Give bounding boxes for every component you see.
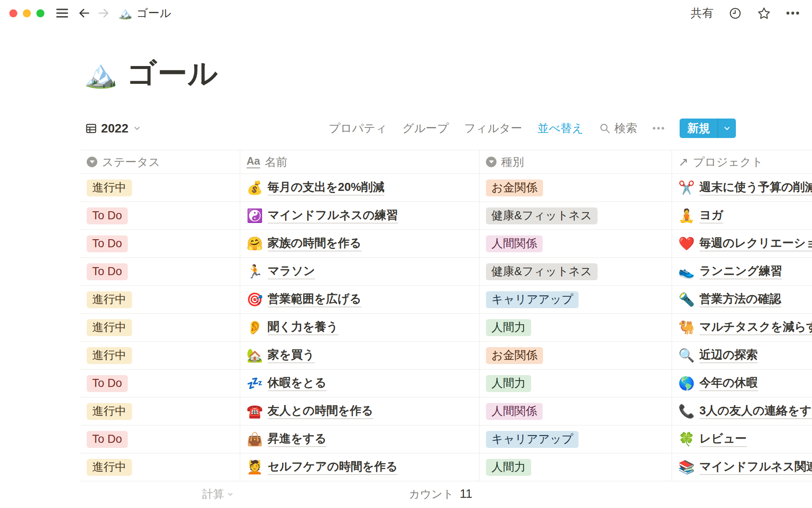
cell-type[interactable]: 人間力 <box>479 370 672 397</box>
cell-status[interactable]: 進行中 <box>80 174 240 202</box>
cell-project[interactable]: 📞 3人の友人の連絡をする <box>672 398 812 425</box>
cell-name[interactable]: 👂 聞く力を養う <box>240 314 479 341</box>
table-row[interactable]: 進行中 ☎️ 友人との時間を作る 人間関係 📞 3人の友人の連絡をする <box>80 398 812 425</box>
status-badge[interactable]: 進行中 <box>87 403 132 420</box>
cell-status[interactable]: To Do <box>80 258 240 285</box>
view-more-button[interactable] <box>653 127 664 130</box>
cell-name[interactable]: 💆 セルフケアの時間を作る <box>240 453 479 481</box>
cell-project[interactable]: ✂️ 週末に使う予算の削減 <box>672 174 812 202</box>
table-row[interactable]: 進行中 💆 セルフケアの時間を作る 人間力 📚 マインドフルネス関連 <box>80 453 812 481</box>
cell-name[interactable]: 🎯 営業範囲を広げる <box>240 286 479 313</box>
more-options-button[interactable] <box>786 11 799 15</box>
type-badge[interactable]: 人間力 <box>486 319 531 336</box>
table-row[interactable]: To Do 💤 休暇をとる 人間力 🌎 今年の休暇 <box>80 370 812 398</box>
column-header-status[interactable]: ステータス <box>80 150 240 174</box>
forward-button[interactable] <box>97 6 110 20</box>
cell-status[interactable]: 進行中 <box>80 398 240 425</box>
footer-calculate-button[interactable]: 計算 <box>80 487 240 502</box>
type-badge[interactable]: 健康&フィットネス <box>486 263 598 280</box>
goal-page-link[interactable]: 家族の時間を作る <box>268 236 362 251</box>
project-page-link[interactable]: 営業方法の確認 <box>700 292 781 307</box>
status-badge[interactable]: To Do <box>87 375 128 392</box>
cell-name[interactable]: ☎️ 友人との時間を作る <box>240 398 479 425</box>
goal-page-link[interactable]: 友人との時間を作る <box>268 403 373 419</box>
project-page-link[interactable]: レビュー <box>700 431 747 447</box>
cell-type[interactable]: 人間力 <box>479 314 672 341</box>
type-badge[interactable]: お金関係 <box>486 179 543 196</box>
share-button[interactable]: 共有 <box>691 6 713 21</box>
goal-page-link[interactable]: マラソン <box>268 264 315 279</box>
cell-project[interactable]: 📚 マインドフルネス関連 <box>672 453 812 481</box>
sidebar-toggle-button[interactable] <box>56 8 68 18</box>
status-badge[interactable]: To Do <box>87 235 128 252</box>
status-badge[interactable]: 進行中 <box>87 179 132 196</box>
group-button[interactable]: グループ <box>402 121 449 136</box>
cell-type[interactable]: 健康&フィットネス <box>479 258 672 285</box>
cell-status[interactable]: To Do <box>80 370 240 397</box>
table-row[interactable]: To Do 👜 昇進をする キャリアアップ 🍀 レビュー <box>80 425 812 453</box>
cell-type[interactable]: お金関係 <box>479 342 672 369</box>
column-header-name[interactable]: Aa 名前 <box>240 150 479 174</box>
zoom-window-button[interactable] <box>36 9 44 17</box>
table-row[interactable]: To Do ☯️ マインドフルネスの練習 健康&フィットネス 🧘 ヨガ <box>80 202 812 230</box>
properties-button[interactable]: プロパティ <box>329 121 387 136</box>
table-row[interactable]: To Do 🏃 マラソン 健康&フィットネス 👟 ランニング練習 <box>80 258 812 286</box>
cell-status[interactable]: 進行中 <box>80 453 240 481</box>
project-page-link[interactable]: 3人の友人の連絡をする <box>700 403 812 419</box>
cell-name[interactable]: 💰 毎月の支出を20%削減 <box>240 174 479 202</box>
status-badge[interactable]: 進行中 <box>87 347 132 364</box>
type-badge[interactable]: 人間関係 <box>486 235 543 252</box>
breadcrumb[interactable]: 🏔️ ゴール <box>118 6 171 21</box>
cell-project[interactable]: ❤️ 毎週のレクリエーション <box>672 230 812 257</box>
cell-project[interactable]: 🧘 ヨガ <box>672 202 812 229</box>
close-window-button[interactable] <box>9 9 17 17</box>
cell-name[interactable]: 👜 昇進をする <box>240 425 479 453</box>
filter-button[interactable]: フィルター <box>464 121 522 136</box>
type-badge[interactable]: キャリアアップ <box>486 431 579 448</box>
minimize-window-button[interactable] <box>23 9 31 17</box>
cell-name[interactable]: 🏡 家を買う <box>240 342 479 369</box>
goal-page-link[interactable]: 営業範囲を広げる <box>268 292 362 307</box>
goal-page-link[interactable]: 昇進をする <box>268 431 326 447</box>
type-badge[interactable]: 人間力 <box>486 459 531 476</box>
project-page-link[interactable]: マインドフルネス関連 <box>700 459 812 475</box>
cell-type[interactable]: 人間関係 <box>479 398 672 425</box>
cell-type[interactable]: お金関係 <box>479 174 672 202</box>
goal-page-link[interactable]: マインドフルネスの練習 <box>268 208 398 224</box>
goal-page-link[interactable]: 聞く力を養う <box>268 320 338 335</box>
cell-status[interactable]: To Do <box>80 425 240 453</box>
type-badge[interactable]: 人間関係 <box>486 403 543 420</box>
type-badge[interactable]: お金関係 <box>486 347 543 364</box>
cell-type[interactable]: 人間力 <box>479 453 672 481</box>
back-button[interactable] <box>77 6 91 20</box>
table-row[interactable]: 進行中 🏡 家を買う お金関係 🔍 近辺の探索 <box>80 342 812 370</box>
type-badge[interactable]: キャリアアップ <box>486 291 579 308</box>
cell-project[interactable]: 🐫 マルチタスクを減らす <box>672 314 812 341</box>
page-title[interactable]: ゴール <box>127 54 218 94</box>
goal-page-link[interactable]: 家を買う <box>268 348 315 363</box>
cell-project[interactable]: 🔦 営業方法の確認 <box>672 286 812 313</box>
updates-button[interactable] <box>729 7 742 20</box>
cell-project[interactable]: 🍀 レビュー <box>672 425 812 453</box>
project-page-link[interactable]: 今年の休暇 <box>700 375 758 391</box>
column-header-project[interactable]: ↗ プロジェクト <box>672 150 812 174</box>
status-badge[interactable]: To Do <box>87 207 128 224</box>
status-badge[interactable]: To Do <box>87 431 128 448</box>
favorite-button[interactable] <box>757 6 771 20</box>
cell-type[interactable]: 人間関係 <box>479 230 672 257</box>
cell-name[interactable]: 💤 休暇をとる <box>240 370 479 397</box>
project-page-link[interactable]: マルチタスクを減らす <box>700 320 812 335</box>
cell-status[interactable]: To Do <box>80 230 240 257</box>
cell-status[interactable]: 進行中 <box>80 314 240 341</box>
table-row[interactable]: 進行中 👂 聞く力を養う 人間力 🐫 マルチタスクを減らす <box>80 314 812 342</box>
cell-type[interactable]: キャリアアップ <box>479 425 672 453</box>
view-switcher[interactable]: 2022 <box>85 121 141 135</box>
table-row[interactable]: 進行中 💰 毎月の支出を20%削減 お金関係 ✂️ 週末に使う予算の削減 <box>80 174 812 202</box>
project-page-link[interactable]: ヨガ <box>700 208 723 224</box>
cell-status[interactable]: To Do <box>80 202 240 229</box>
new-entry-dropdown-button[interactable] <box>718 119 736 138</box>
status-badge[interactable]: 進行中 <box>87 291 132 308</box>
column-header-type[interactable]: 種別 <box>479 150 672 174</box>
project-page-link[interactable]: 毎週のレクリエーション <box>700 236 812 251</box>
cell-project[interactable]: 🔍 近辺の探索 <box>672 342 812 369</box>
